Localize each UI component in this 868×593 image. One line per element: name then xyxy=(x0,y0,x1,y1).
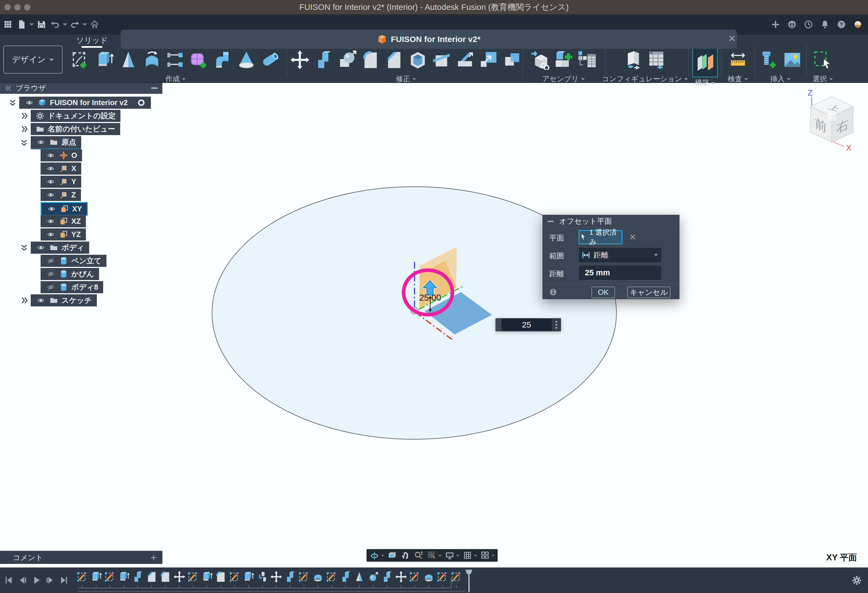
comments-panel[interactable]: コメント xyxy=(0,551,162,564)
apps-grid-icon[interactable] xyxy=(1,18,14,31)
pipe-icon[interactable] xyxy=(260,50,280,70)
browser-node-原点[interactable]: 原点 xyxy=(19,136,81,149)
visibility-eye-off-icon[interactable] xyxy=(46,257,56,265)
browser-node-XY[interactable]: XY xyxy=(41,202,88,216)
visibility-eye-icon[interactable] xyxy=(46,165,56,172)
group-label[interactable]: コンフィギュレーション xyxy=(602,74,688,84)
visibility-eye-icon[interactable] xyxy=(46,205,57,213)
undo-icon[interactable] xyxy=(49,18,62,31)
chevron-right-icon[interactable] xyxy=(19,296,29,305)
collapse-panel-icon[interactable] xyxy=(4,84,12,92)
parts-list-icon[interactable] xyxy=(577,50,597,70)
browser-node-O[interactable]: O xyxy=(41,149,82,161)
fillet-ball-icon[interactable] xyxy=(337,50,357,70)
grid-snap-icon[interactable] xyxy=(462,551,473,560)
chevron-right-icon[interactable] xyxy=(19,124,29,134)
combine-icon[interactable] xyxy=(502,50,522,70)
new-component-icon[interactable] xyxy=(554,50,573,70)
browser-node-かびん[interactable]: かびん xyxy=(41,268,99,280)
dialog-minimize-icon[interactable] xyxy=(548,221,554,222)
visibility-eye-icon[interactable] xyxy=(35,138,46,146)
home-icon[interactable] xyxy=(89,18,101,31)
visibility-eye-icon[interactable] xyxy=(24,99,35,106)
chevron-down-icon[interactable] xyxy=(8,98,18,108)
distance-input[interactable]: 25 mm xyxy=(579,265,662,280)
tab-close-icon[interactable] xyxy=(727,34,737,43)
maximize-window-button[interactable] xyxy=(24,4,31,10)
minimize-panel-icon[interactable] xyxy=(151,87,158,89)
visibility-eye-icon[interactable] xyxy=(46,191,56,199)
activate-component-radio[interactable] xyxy=(137,98,146,107)
browser-node-名前の付いたビュー[interactable]: 名前の付いたビュー xyxy=(19,123,120,135)
insert-image-icon[interactable] xyxy=(782,50,802,70)
save-icon[interactable] xyxy=(35,18,48,31)
browser-node-XZ[interactable]: XZ xyxy=(41,215,86,227)
window-controls[interactable] xyxy=(4,4,31,10)
add-comment-icon[interactable] xyxy=(150,554,158,562)
revolve-cone-icon[interactable] xyxy=(118,50,138,70)
document-tab[interactable]: FUISON for Interior v2* xyxy=(121,30,737,49)
range-dropdown[interactable]: 距離 xyxy=(579,247,662,263)
browser-node-Y[interactable]: Y xyxy=(41,176,81,188)
group-label[interactable]: 修正 xyxy=(396,74,416,84)
chevron-down-icon[interactable] xyxy=(19,138,29,148)
split-icon[interactable] xyxy=(431,50,451,70)
offset-value-input[interactable]: 25 xyxy=(502,319,552,331)
browser-node-スケッチ[interactable]: スケッチ xyxy=(19,294,97,306)
rails-icon[interactable] xyxy=(166,50,186,70)
loft-icon[interactable] xyxy=(236,50,256,70)
clear-selection-icon[interactable] xyxy=(628,232,637,241)
help-icon[interactable]: ? xyxy=(835,18,848,31)
ok-button[interactable]: OK xyxy=(592,287,615,298)
visibility-eye-icon[interactable] xyxy=(46,231,56,238)
notifications-icon[interactable] xyxy=(819,18,831,31)
group-label[interactable]: 検査 xyxy=(728,74,748,84)
look-at-icon[interactable] xyxy=(387,551,397,560)
derive-icon[interactable] xyxy=(530,50,550,70)
visibility-eye-icon[interactable] xyxy=(46,178,56,186)
extensions-icon[interactable] xyxy=(786,18,798,31)
avatar-icon[interactable] xyxy=(852,18,864,31)
fit-icon[interactable] xyxy=(427,551,437,560)
display-settings-icon[interactable] xyxy=(444,551,455,560)
visibility-eye-off-icon[interactable] xyxy=(46,283,56,291)
move-icon[interactable] xyxy=(290,50,310,70)
visibility-eye-icon[interactable] xyxy=(35,297,46,304)
chamfer-icon[interactable] xyxy=(384,50,404,70)
insert-bolt-icon[interactable] xyxy=(759,50,779,70)
shell-icon[interactable] xyxy=(408,50,428,70)
bend-icon[interactable] xyxy=(213,50,233,70)
cancel-button[interactable]: キャンセル xyxy=(627,287,670,298)
chevron-right-icon[interactable] xyxy=(19,111,29,121)
browser-node-X[interactable]: X xyxy=(41,163,81,174)
scale-icon[interactable] xyxy=(479,50,499,70)
close-window-button[interactable] xyxy=(4,4,11,10)
viewcube[interactable]: Z X 上 前 右 xyxy=(793,89,868,152)
group-label[interactable]: 構築 xyxy=(695,78,715,87)
presspull-icon[interactable] xyxy=(314,50,333,70)
browser-node-ペン立て[interactable]: ペン立て xyxy=(41,255,106,267)
group-label[interactable]: アセンブリ xyxy=(542,74,585,84)
sweep-dome-icon[interactable] xyxy=(142,50,162,70)
browser-node-ドキュメントの設定[interactable]: ドキュメントの設定 xyxy=(19,110,120,122)
fillet-icon[interactable] xyxy=(361,50,381,70)
browser-node-ボディ8[interactable]: ボディ8 xyxy=(41,281,103,293)
config-block-icon[interactable] xyxy=(623,50,643,70)
zoom-icon[interactable] xyxy=(413,551,424,560)
pan-icon[interactable] xyxy=(400,551,411,560)
viewports-icon[interactable] xyxy=(480,551,490,560)
create-sketch-icon[interactable] xyxy=(71,50,91,70)
ribbon-tab-1[interactable]: ソリッド xyxy=(68,35,117,46)
form-icon[interactable] xyxy=(189,50,209,70)
group-label[interactable]: 挿入 xyxy=(771,74,791,84)
select-icon[interactable] xyxy=(813,50,833,70)
visibility-eye-icon[interactable] xyxy=(46,217,56,225)
extrude-icon[interactable] xyxy=(95,50,115,70)
new-tab-icon[interactable] xyxy=(769,18,782,31)
measure-icon[interactable] xyxy=(728,50,748,70)
group-label[interactable]: 作成 xyxy=(165,74,186,84)
info-icon[interactable] xyxy=(548,287,558,297)
kebab-menu-icon[interactable] xyxy=(552,318,561,331)
redo-icon[interactable] xyxy=(69,18,81,31)
browser-node-YZ[interactable]: YZ xyxy=(41,228,86,241)
